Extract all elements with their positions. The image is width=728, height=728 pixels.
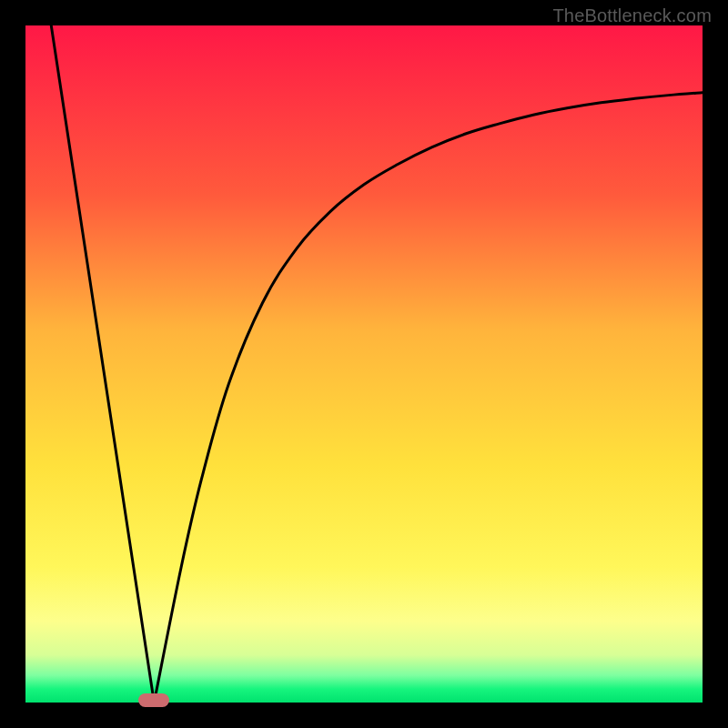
watermark-text: TheBottleneck.com — [552, 5, 712, 26]
chart-frame: TheBottleneck.com — [0, 0, 728, 728]
optimum-marker — [138, 693, 169, 707]
bottleneck-curve — [25, 25, 703, 703]
